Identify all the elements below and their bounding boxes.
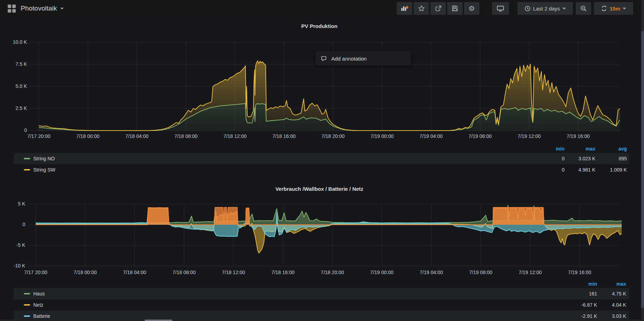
grafana-dashboard: { "navbar": { "dashboard_title": "Photov… [0,0,644,321]
x-tick-label: 7/19 08:00 [460,270,502,275]
y-tick-label: 0 [0,222,25,227]
legend-stat-value: 895 [581,156,627,161]
legend-swatch-Haus[interactable] [24,293,30,294]
x-tick-label: 7/19 04:00 [410,270,452,275]
legend-stat-header-avg[interactable]: avg [588,146,627,152]
x-tick-label: 7/18 12:00 [213,270,255,275]
series-line-String SW [39,61,620,131]
legend-series-Batterie[interactable]: Batterie [33,313,50,319]
legend-stat-value: 4.75 K [581,291,626,296]
legend-stat-value: 1.009 K [581,167,627,173]
y-tick-label: -10 K [0,263,25,268]
x-tick-label: 7/19 00:00 [361,270,403,275]
x-tick-label: 7/18 08:00 [163,270,205,275]
legend-series-Netz[interactable]: Netz [33,302,43,308]
y-tick-label: 10.0 K [0,39,27,45]
legend-row-highlight [14,288,629,299]
legend-swatch-String SW[interactable] [24,169,30,170]
panel-title-pv-produktion[interactable]: PV Produktion [0,23,639,29]
x-tick-label: 7/18 08:00 [165,133,207,139]
comment-bubble-icon [321,56,327,62]
x-tick-label: 7/18 00:00 [64,270,106,275]
y-tick-label: 7.5 K [0,61,27,67]
x-tick-label: 7/19 00:00 [361,133,403,139]
legend-swatch-Batterie[interactable] [24,315,30,317]
legend-series-String SW[interactable]: String SW [33,167,55,173]
y-tick-label: 0 [0,127,27,133]
horizontal-scrollbar-thumb[interactable] [145,320,172,321]
x-tick-label: 7/19 16:00 [559,270,601,275]
x-tick-label: 7/18 20:00 [311,270,353,275]
x-tick-label: 7/18 00:00 [67,133,109,139]
x-tick-label: 7/18 12:00 [214,133,256,139]
legend-stat-value: 4.04 K [581,302,626,308]
horizontal-scrollbar-track[interactable] [0,320,644,321]
x-tick-label: 7/19 04:00 [410,133,452,139]
x-tick-label: 7/18 04:00 [116,133,158,139]
add-annotation-label: Add annotation [331,56,367,62]
x-tick-label: 7/18 16:00 [262,270,304,275]
legend-series-String NO[interactable]: String NO [33,156,55,161]
y-tick-label: -5 K [0,242,25,248]
x-tick-label: 7/18 20:00 [312,133,354,139]
add-annotation-menu-item[interactable]: Add annotation [316,51,411,65]
x-tick-label: 7/19 16:00 [557,133,599,139]
y-tick-label: 5 K [0,201,25,207]
x-tick-label: 7/18 16:00 [263,133,305,139]
panel-title-verbrauch[interactable]: Verbrauch /Wallbox / Batterie / Netz [0,186,639,192]
x-tick-label: 7/19 08:00 [459,133,501,139]
x-tick-label: 7/17 20:00 [15,270,57,275]
vertical-scrollbar-thumb[interactable] [641,31,644,308]
legend-swatch-Netz[interactable] [24,304,30,306]
y-tick-label: 5.0 K [0,83,27,89]
legend-stat-header-max[interactable]: max [588,281,626,287]
legend-swatch-String NO[interactable] [24,158,30,159]
x-tick-label: 7/17 20:00 [18,133,60,139]
legend-series-Haus[interactable]: Haus [33,291,45,296]
legend-stat-value: 3.03 K [581,313,626,319]
x-tick-label: 7/18 04:00 [113,270,155,275]
x-tick-label: 7/19 12:00 [509,270,551,275]
x-tick-label: 7/19 12:00 [508,133,550,139]
y-tick-label: 2.5 K [0,105,27,111]
